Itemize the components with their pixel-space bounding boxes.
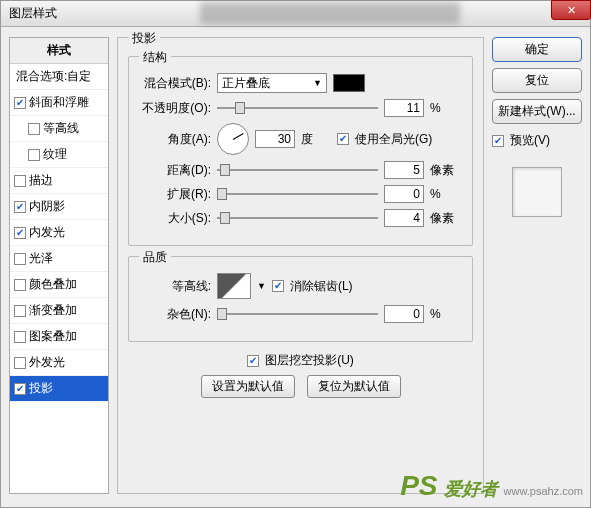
reset-default-button[interactable]: 复位为默认值 (307, 375, 401, 398)
sidebar-item-8[interactable]: 渐变叠加 (10, 298, 108, 324)
blend-options-row[interactable]: 混合选项:自定 (10, 64, 108, 90)
antialias-label: 消除锯齿(L) (290, 278, 353, 295)
preview-checkbox[interactable] (492, 135, 504, 147)
sidebar-checkbox[interactable] (14, 279, 26, 291)
distance-slider[interactable] (217, 163, 378, 177)
global-light-checkbox[interactable] (337, 133, 349, 145)
angle-label: 角度(A): (141, 131, 211, 148)
panel-title: 投影 (128, 30, 160, 47)
sidebar-checkbox[interactable] (14, 383, 26, 395)
sidebar-item-label: 外发光 (29, 354, 65, 371)
watermark-text: 爱好者 (444, 477, 498, 501)
quality-title: 品质 (139, 249, 171, 266)
sidebar-item-label: 光泽 (29, 250, 53, 267)
sidebar-item-5[interactable]: 内发光 (10, 220, 108, 246)
antialias-checkbox[interactable] (272, 280, 284, 292)
noise-label: 杂色(N): (141, 306, 211, 323)
distance-unit: 像素 (430, 162, 460, 179)
angle-input[interactable]: 30 (255, 130, 295, 148)
distance-input[interactable]: 5 (384, 161, 424, 179)
watermark: PS 爱好者 www.psahz.com (400, 470, 583, 502)
noise-input[interactable]: 0 (384, 305, 424, 323)
preview-swatch (512, 167, 562, 217)
titlebar: 图层样式 ✕ (1, 1, 590, 27)
opacity-unit: % (430, 101, 460, 115)
opacity-input[interactable]: 11 (384, 99, 424, 117)
sidebar-item-label: 描边 (29, 172, 53, 189)
make-default-button[interactable]: 设置为默认值 (201, 375, 295, 398)
sidebar-checkbox[interactable] (14, 305, 26, 317)
sidebar-item-3[interactable]: 描边 (10, 168, 108, 194)
sidebar-checkbox[interactable] (28, 123, 40, 135)
spread-input[interactable]: 0 (384, 185, 424, 203)
sidebar-item-label: 等高线 (43, 120, 79, 137)
titlebar-blur (200, 2, 460, 24)
shadow-color-swatch[interactable] (333, 74, 365, 92)
ok-button[interactable]: 确定 (492, 37, 582, 62)
sidebar-checkbox[interactable] (14, 331, 26, 343)
knockout-checkbox[interactable] (247, 355, 259, 367)
spread-label: 扩展(R): (141, 186, 211, 203)
angle-dial[interactable] (217, 123, 249, 155)
sidebar-item-10[interactable]: 外发光 (10, 350, 108, 376)
sidebar-item-label: 颜色叠加 (29, 276, 77, 293)
watermark-url: www.psahz.com (504, 485, 583, 497)
chevron-down-icon[interactable]: ▼ (257, 281, 266, 291)
sidebar-checkbox[interactable] (28, 149, 40, 161)
spread-slider[interactable] (217, 187, 378, 201)
main-panel: 投影 结构 混合模式(B): 正片叠底 ▼ 不透明度(O): (117, 37, 484, 494)
sidebar-header: 样式 (10, 38, 108, 64)
global-light-label: 使用全局光(G) (355, 131, 432, 148)
sidebar-item-11[interactable]: 投影 (10, 376, 108, 402)
sidebar-item-1[interactable]: 等高线 (10, 116, 108, 142)
blend-mode-combo[interactable]: 正片叠底 ▼ (217, 73, 327, 93)
right-column: 确定 复位 新建样式(W)... 预览(V) (492, 37, 582, 494)
spread-unit: % (430, 187, 460, 201)
sidebar-item-label: 内发光 (29, 224, 65, 241)
sidebar-item-label: 图案叠加 (29, 328, 77, 345)
sidebar-checkbox[interactable] (14, 175, 26, 187)
close-button[interactable]: ✕ (551, 0, 591, 20)
sidebar-item-6[interactable]: 光泽 (10, 246, 108, 272)
opacity-label: 不透明度(O): (141, 100, 211, 117)
noise-unit: % (430, 307, 460, 321)
sidebar-checkbox[interactable] (14, 201, 26, 213)
contour-label: 等高线: (141, 278, 211, 295)
sidebar-checkbox[interactable] (14, 253, 26, 265)
content-area: 样式 混合选项:自定 斜面和浮雕等高线纹理描边内阴影内发光光泽颜色叠加渐变叠加图… (1, 27, 590, 502)
blend-mode-value: 正片叠底 (222, 75, 270, 92)
new-style-button[interactable]: 新建样式(W)... (492, 99, 582, 124)
noise-slider[interactable] (217, 307, 378, 321)
sidebar-item-9[interactable]: 图案叠加 (10, 324, 108, 350)
sidebar-checkbox[interactable] (14, 227, 26, 239)
sidebar-item-label: 投影 (29, 380, 53, 397)
sidebar-item-label: 渐变叠加 (29, 302, 77, 319)
preview-label: 预览(V) (510, 132, 550, 149)
sidebar-item-label: 纹理 (43, 146, 67, 163)
styles-sidebar: 样式 混合选项:自定 斜面和浮雕等高线纹理描边内阴影内发光光泽颜色叠加渐变叠加图… (9, 37, 109, 494)
watermark-ps: PS (400, 470, 437, 502)
sidebar-item-7[interactable]: 颜色叠加 (10, 272, 108, 298)
layer-style-dialog: 图层样式 ✕ 样式 混合选项:自定 斜面和浮雕等高线纹理描边内阴影内发光光泽颜色… (0, 0, 591, 508)
size-label: 大小(S): (141, 210, 211, 227)
sidebar-item-2[interactable]: 纹理 (10, 142, 108, 168)
sidebar-checkbox[interactable] (14, 97, 26, 109)
sidebar-item-label: 斜面和浮雕 (29, 94, 89, 111)
sidebar-checkbox[interactable] (14, 357, 26, 369)
blend-options-label: 混合选项:自定 (16, 69, 91, 83)
window-title: 图层样式 (9, 5, 57, 22)
angle-unit: 度 (301, 131, 331, 148)
structure-title: 结构 (139, 49, 171, 66)
opacity-slider[interactable] (217, 101, 378, 115)
chevron-down-icon: ▼ (313, 78, 322, 88)
blend-mode-label: 混合模式(B): (141, 75, 211, 92)
size-input[interactable]: 4 (384, 209, 424, 227)
contour-picker[interactable] (217, 273, 251, 299)
distance-label: 距离(D): (141, 162, 211, 179)
structure-group: 结构 混合模式(B): 正片叠底 ▼ 不透明度(O): 11 % (128, 56, 473, 246)
size-slider[interactable] (217, 211, 378, 225)
cancel-button[interactable]: 复位 (492, 68, 582, 93)
sidebar-item-0[interactable]: 斜面和浮雕 (10, 90, 108, 116)
sidebar-item-4[interactable]: 内阴影 (10, 194, 108, 220)
knockout-label: 图层挖空投影(U) (265, 352, 354, 369)
